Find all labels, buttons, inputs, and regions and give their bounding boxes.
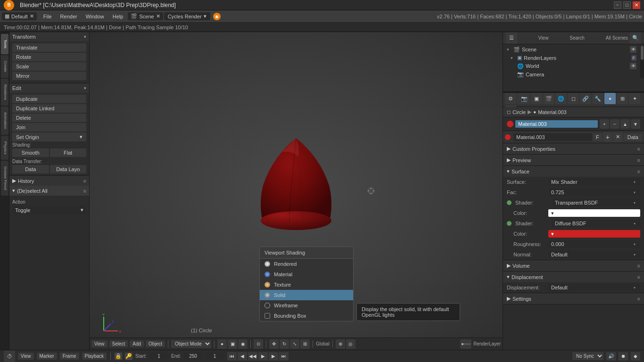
props-particles-icon[interactable]: ✦: [629, 93, 640, 104]
data-right-button[interactable]: Data: [624, 133, 642, 141]
normal-selector[interactable]: Default ▾: [548, 251, 640, 258]
play-button[interactable]: ▶: [258, 352, 268, 361]
volume-header[interactable]: ▶ Volume ≡: [503, 260, 644, 271]
duplicate-button[interactable]: Duplicate: [12, 95, 86, 103]
edit-header[interactable]: Edit ▾: [9, 83, 89, 93]
custom-properties-header[interactable]: ▶ Custom Properties ≡: [503, 143, 644, 154]
rotate-button[interactable]: Rotate: [12, 53, 86, 61]
timeline-frame-button[interactable]: Frame: [60, 353, 79, 360]
props-texture-icon[interactable]: ⊞: [617, 93, 628, 104]
data-layout-button[interactable]: Data Layo: [50, 165, 87, 173]
props-render-layers-icon[interactable]: ▣: [531, 93, 542, 104]
color1-selector[interactable]: ▾: [548, 209, 640, 217]
props-editor-icon[interactable]: ⚙: [505, 93, 516, 104]
duplicate-linked-button[interactable]: Duplicate Linked: [12, 104, 86, 113]
render-engine-selector[interactable]: Cycles Render ▾: [164, 12, 210, 20]
material-move-up-button[interactable]: ▲: [620, 119, 630, 129]
menu-render[interactable]: Render: [57, 13, 81, 20]
surface-value-selector[interactable]: Mix Shader ▾: [548, 178, 640, 186]
props-world-icon[interactable]: 🌐: [555, 93, 567, 104]
surface-header[interactable]: ▾ Surface ≡: [503, 166, 644, 177]
outliner-scrollbar[interactable]: [640, 45, 644, 78]
props-scene-icon[interactable]: 🎬: [543, 93, 554, 104]
minimize-button[interactable]: −: [614, 1, 621, 9]
preview-header[interactable]: ▶ Preview ≡: [503, 155, 644, 165]
vtab-tools[interactable]: Tools: [1, 34, 8, 54]
flat-button[interactable]: Flat: [50, 148, 87, 157]
vtab-physics[interactable]: Physics: [1, 136, 8, 160]
end-frame-input[interactable]: [184, 353, 203, 360]
timeline-key-icon[interactable]: 🔑: [125, 353, 132, 360]
menu-window[interactable]: Window: [82, 13, 108, 20]
props-material-icon[interactable]: ●: [604, 93, 616, 104]
viewport-solid-icon[interactable]: ◉: [238, 339, 248, 349]
shading-bounding-box[interactable]: Bounding Box: [260, 311, 353, 321]
outliner-world-item[interactable]: 🌐 World 👁: [503, 62, 640, 70]
vtab-relations[interactable]: Relations: [1, 79, 8, 106]
shader2-value-selector[interactable]: Diffuse BSDF ▾: [552, 220, 640, 227]
audio-button[interactable]: 🔊: [606, 352, 616, 361]
timeline-marker-button[interactable]: Marker: [37, 353, 57, 360]
scale-button[interactable]: Scale: [12, 62, 86, 71]
translate-button[interactable]: Translate: [12, 43, 86, 52]
sync-selector[interactable]: No Sync: [572, 352, 603, 360]
rotate-icon[interactable]: ↻: [280, 339, 289, 349]
vt-object-button[interactable]: Object: [146, 340, 165, 347]
vt-view-button[interactable]: View: [91, 340, 107, 347]
displacement-selector[interactable]: Default ▾: [548, 284, 640, 291]
smooth-button[interactable]: Smooth: [12, 148, 49, 157]
shading-rendered[interactable]: Rendered: [260, 259, 353, 269]
settings-header[interactable]: ▶ Settings ≡: [503, 293, 644, 304]
vtab-grease-pencil[interactable]: Grease Pencil: [1, 161, 8, 196]
keyframe-button[interactable]: ◆: [631, 352, 640, 361]
editor-type-selector[interactable]: ▦ Default ✕: [2, 12, 37, 20]
scene-visibility[interactable]: 👁: [630, 46, 636, 53]
set-origin-button[interactable]: Set Origin ▾: [12, 132, 86, 141]
current-frame-input[interactable]: [206, 353, 224, 360]
props-constraints-icon[interactable]: 🔗: [580, 93, 591, 104]
mat-f-button[interactable]: F: [593, 133, 602, 141]
search-icon[interactable]: 🔍: [630, 33, 641, 44]
snap-icon[interactable]: ⊕: [336, 339, 345, 349]
jump-start-button[interactable]: ⏮: [227, 352, 237, 361]
move-icon[interactable]: ✥: [269, 339, 279, 349]
viewport-render-icon[interactable]: ▣: [228, 339, 237, 349]
world-visibility[interactable]: 👁: [630, 63, 636, 69]
join-button[interactable]: Join: [12, 123, 86, 132]
roughness-input[interactable]: 0.000 ▾: [548, 240, 640, 248]
outliner-editor-icon[interactable]: ☰: [506, 33, 517, 44]
viewport-shading-icon[interactable]: ⊙: [254, 339, 263, 349]
timeline-playback-button[interactable]: Playback: [82, 353, 107, 360]
scene-selector[interactable]: 🎬 Scene ✕: [128, 12, 163, 20]
deselect-header[interactable]: ▾ (De)select All ≡: [9, 186, 89, 196]
object-mode-selector[interactable]: Object Mode: [171, 340, 211, 348]
props-modifiers-icon[interactable]: 🔧: [592, 93, 603, 104]
start-frame-input[interactable]: [149, 353, 168, 360]
transform-header[interactable]: Transform ▾: [9, 32, 89, 41]
shader1-value-selector[interactable]: Transparent BSDF ▾: [552, 199, 640, 206]
material-move-down-button[interactable]: ▼: [631, 119, 640, 129]
menu-file[interactable]: File: [40, 13, 56, 20]
shading-material[interactable]: Material: [260, 269, 353, 280]
shading-solid[interactable]: Solid: [260, 290, 353, 300]
history-header[interactable]: ▶ History ≡: [9, 176, 89, 186]
vt-add-button[interactable]: Add: [130, 340, 144, 347]
material-add-button[interactable]: +: [600, 119, 609, 129]
mirror-button[interactable]: Mirror: [12, 72, 86, 80]
color2-selector[interactable]: ▾: [548, 230, 640, 238]
material-name-input[interactable]: [513, 133, 592, 141]
transform-icon[interactable]: ⊞: [300, 339, 310, 349]
close-button[interactable]: ✕: [633, 1, 640, 9]
record-button[interactable]: ⏺: [619, 352, 628, 361]
outliner-renderlayers-item[interactable]: ▾ ▣ RenderLayers F: [503, 54, 640, 62]
vtab-animation[interactable]: Animation: [1, 107, 8, 135]
displacement-header[interactable]: ▾ Displacement ≡: [503, 272, 644, 282]
vt-select-button[interactable]: Select: [109, 340, 128, 347]
props-object-icon[interactable]: ◻: [568, 93, 579, 104]
outliner-scene-item[interactable]: ▾ 🎬 Scene 👁: [503, 45, 640, 54]
vtab-create[interactable]: Create: [1, 55, 8, 78]
timeline-editor-icon[interactable]: ⏱: [4, 351, 15, 362]
menu-help[interactable]: Help: [109, 13, 127, 20]
layer-icon[interactable]: [460, 339, 471, 349]
fac-value-input[interactable]: 0.725 ▾: [548, 189, 640, 196]
